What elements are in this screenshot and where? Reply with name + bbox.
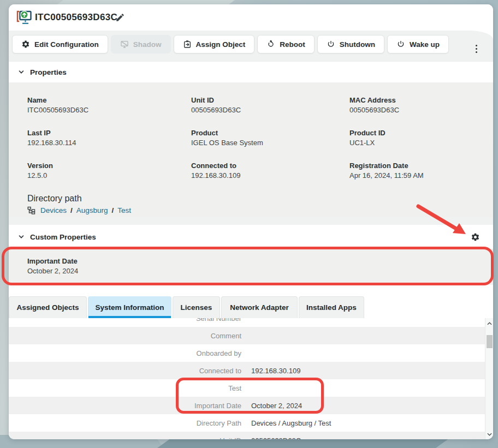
toolbar: Edit Configuration Shadow Assign Object … [12,35,449,53]
field-value: IGEL OS Base System [191,139,349,147]
tab-licenses[interactable]: Licenses [173,296,220,318]
field-label: Registration Date [349,162,493,170]
gear-icon [21,40,30,49]
device-monitor-icon [16,10,32,25]
row-value: October 2, 2024 [251,402,302,410]
property-field: Connected to 192.168.30.109 [191,162,349,180]
custom-properties-gear-icon[interactable] [471,232,480,242]
power-icon [396,40,405,49]
table-row: Important Date October 2, 2024 [9,397,485,414]
breadcrumb-separator: / [70,206,73,214]
assign-object-button[interactable]: Assign Object [174,35,255,53]
shutdown-button[interactable]: Shutdown [317,35,384,53]
field-value: 00505693D63C [191,106,349,114]
field-label: Name [27,96,191,104]
tab-assigned-objects[interactable]: Assigned Objects [9,296,87,318]
device-header: ITC00505693D63C [9,4,493,31]
field-label: MAC Address [349,96,493,104]
edit-configuration-button[interactable]: Edit Configuration [12,35,108,53]
scrollbar-thumb[interactable] [487,335,493,348]
field-value: ITC00505693D63C [27,106,191,114]
scroll-down-arrow-icon[interactable] [485,430,493,438]
table-row: Unit ID 00505693D63C [9,432,485,439]
property-field: Name ITC00505693D63C [27,96,191,114]
property-field: Product IGEL OS Base System [191,129,349,147]
row-label: Directory Path [9,419,241,427]
reboot-label: Reboot [280,40,305,49]
row-label: Important Date [9,402,241,410]
row-value: 192.168.30.109 [251,367,300,375]
row-label: Serial Number [9,318,241,322]
custom-properties-panel: Important Date October 2, 2024 [9,249,493,285]
reboot-button[interactable]: Reboot [257,35,315,53]
shadow-button: Shadow [111,35,171,53]
property-field: Last IP 192.168.30.114 [27,129,191,147]
custom-properties-section-header[interactable]: Custom Properties [9,225,493,249]
scroll-up-arrow-icon[interactable] [485,319,493,327]
property-field: Unit ID 00505693D63C [191,96,349,114]
table-row: Connected to 192.168.30.109 [9,362,485,379]
property-field: Product ID UC1-LX [349,129,493,147]
field-label: Last IP [27,129,191,137]
field-value: Apr 16, 2024, 11:59 AM [349,171,493,180]
detail-tabs: Assigned Objects System Information Lice… [9,296,364,318]
tab-system-information[interactable]: System Information [88,296,171,318]
page-title: ITC00505693D63C [35,12,117,23]
edit-configuration-label: Edit Configuration [34,40,99,49]
row-value: 00505693D63C [251,437,301,440]
property-field: Version 12.5.0 [27,162,191,180]
field-label: Important Date [27,257,493,265]
custom-property-field: Important Date October 2, 2024 [27,257,493,275]
table-row: Serial Number [9,318,485,327]
wake-up-label: Wake up [410,40,440,49]
table-row: Onboarded by [9,344,485,362]
breadcrumb-test[interactable]: Test [117,206,131,214]
device-detail-card: ITC00505693D63C Edit Configuration Shado… [9,4,493,439]
field-value: October 2, 2024 [27,267,493,275]
table-row: Comment [9,327,485,344]
breadcrumb-devices[interactable]: Devices [40,206,67,214]
field-value: 00505693D63C [349,106,493,114]
section-divider [9,217,493,225]
field-label: Version [27,162,191,170]
field-label: Connected to [191,162,349,170]
assign-box-icon [183,40,192,49]
row-label: Comment [9,332,241,340]
tab-network-adapter[interactable]: Network Adapter [221,296,298,318]
field-value: 192.168.30.109 [191,171,349,180]
field-value: UC1-LX [349,139,493,147]
property-field: MAC Address 00505693D63C [349,96,493,114]
field-value: 192.168.30.114 [27,139,191,147]
table-row: Directory Path Devices / Augsburg / Test [9,414,485,432]
table-scrollbar[interactable] [485,318,493,439]
more-actions-kebab-icon[interactable] [471,41,481,56]
row-label: Onboarded by [9,349,241,357]
directory-path: Directory path Devices / Augsburg / Test [27,194,493,214]
row-label: Unit ID [9,437,241,440]
breadcrumb-separator: / [112,206,114,214]
tab-installed-apps[interactable]: Installed Apps [299,296,364,318]
directory-path-label: Directory path [27,194,493,204]
row-value: Devices / Augsburg / Test [251,419,331,427]
assign-object-label: Assign Object [196,40,246,49]
property-field: Registration Date Apr 16, 2024, 11:59 AM [349,162,493,180]
chevron-down-icon [18,69,25,75]
properties-section-header[interactable]: Properties [9,61,493,82]
breadcrumb-augsburg[interactable]: Augsburg [76,206,108,214]
power-icon [327,40,335,49]
wake-up-button[interactable]: Wake up [387,35,449,53]
table-row: Test [9,379,485,397]
monitor-slash-icon [120,40,129,49]
row-label: Test [9,384,241,392]
reboot-icon [266,40,275,49]
properties-title: Properties [30,68,67,76]
system-information-table: Serial Number Comment Onboarded by Conne… [9,318,485,439]
properties-panel: Name ITC00505693D63C Unit ID 00505693D63… [9,82,493,217]
tree-icon [27,206,35,214]
shutdown-label: Shutdown [340,40,375,49]
field-label: Product [191,129,349,137]
field-label: Product ID [349,129,493,137]
edit-name-pencil-icon[interactable] [115,13,125,22]
field-label: Unit ID [191,96,349,104]
custom-properties-title: Custom Properties [30,233,96,241]
